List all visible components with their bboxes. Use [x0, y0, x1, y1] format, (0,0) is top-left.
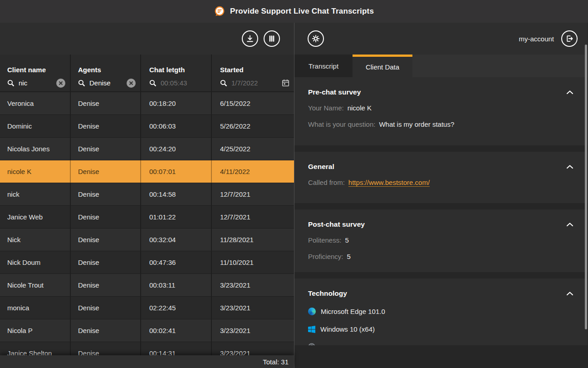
- app-header: Provide Support Live Chat Transcripts: [0, 0, 588, 23]
- cell-started: 5/26/2022: [212, 115, 294, 137]
- logout-button[interactable]: [561, 30, 578, 47]
- cell-agent: Denise: [71, 115, 141, 137]
- tab-transcript[interactable]: Transcript: [294, 55, 353, 77]
- cell-agent: Denise: [71, 160, 141, 183]
- calendar-button[interactable]: [282, 79, 289, 87]
- cell-started: 12/7/2021: [212, 206, 294, 228]
- details-tabs: Transcript Client Data: [294, 55, 588, 77]
- field-value: nicole K: [348, 104, 372, 112]
- column-header-started[interactable]: Started: [212, 55, 294, 75]
- collapse-button[interactable]: [566, 164, 574, 169]
- chat-length-filter-placeholder[interactable]: 00:05:43: [161, 79, 206, 87]
- ip-value: 85.115.255.72: [320, 344, 363, 346]
- table-row[interactable]: nickDenise00:14:5812/7/2021: [0, 183, 294, 206]
- chevron-up-icon: [567, 90, 573, 94]
- started-filter-placeholder[interactable]: 1/7/2022: [231, 79, 278, 87]
- called-from-link[interactable]: https://www.beststore.com/: [348, 179, 430, 187]
- cell-length: 00:32:04: [141, 229, 212, 251]
- field-politeness: Politeness:5: [308, 236, 574, 245]
- table-row[interactable]: Nicole TroutDenise00:03:113/23/2021: [0, 274, 294, 297]
- os-value: Windows 10 (x64): [320, 325, 375, 333]
- client-name-filter[interactable]: nic: [0, 75, 71, 91]
- cell-length: 00:07:01: [141, 160, 212, 183]
- filter-row: nic Denise: [0, 75, 294, 91]
- agents-filter-value[interactable]: Denise: [89, 79, 122, 87]
- field-proficiency: Proficiency:5: [308, 252, 574, 261]
- search-icon: [220, 80, 227, 87]
- chevron-up-icon: [567, 223, 573, 226]
- table-row[interactable]: NickDenise00:32:0411/28/2021: [0, 229, 294, 251]
- cell-started: 3/23/2021: [212, 274, 294, 296]
- tab-client-data[interactable]: Client Data: [353, 55, 412, 77]
- collapse-button[interactable]: [566, 90, 574, 95]
- cell-length: 02:22:45: [141, 297, 212, 319]
- column-header-client-name[interactable]: Client name: [0, 55, 71, 75]
- close-icon: [129, 81, 133, 85]
- table-row[interactable]: nicole KDenise00:07:014/11/2022: [0, 160, 294, 183]
- field-value: 5: [345, 236, 348, 244]
- calendar-icon: [282, 79, 289, 87]
- table-row[interactable]: VeronicaDenise00:18:206/15/2022: [0, 92, 294, 115]
- section-title: Pre-chat survey: [308, 88, 361, 96]
- cell-client: Nicolas Jones: [0, 138, 71, 160]
- chevron-up-icon: [567, 292, 573, 295]
- field-value: What is my order status?: [379, 120, 454, 128]
- cell-length: 01:01:22: [141, 206, 212, 228]
- cell-length: 00:14:58: [141, 183, 212, 205]
- started-filter[interactable]: 1/7/2022: [212, 75, 294, 91]
- cell-started: 11/28/2021: [212, 229, 294, 251]
- cell-started: 6/15/2022: [212, 92, 294, 114]
- cell-agent: Denise: [71, 251, 141, 274]
- table-row[interactable]: Nick DoumDenise00:47:3611/10/2021: [0, 251, 294, 274]
- table-row[interactable]: monicaDenise02:22:453/23/2021: [0, 297, 294, 319]
- section-title: Post-chat survey: [308, 220, 365, 229]
- collapse-button[interactable]: [566, 291, 574, 296]
- cell-client: nicole K: [0, 160, 71, 183]
- field-value: 5: [347, 253, 351, 260]
- cell-client: Nick: [0, 229, 71, 251]
- table-header: Client name Agents Chat letgth Started n…: [0, 55, 294, 92]
- cell-agent: Denise: [71, 274, 141, 296]
- cell-started: 3/23/2021: [212, 319, 294, 342]
- cell-started: 3/23/2021: [212, 297, 294, 319]
- close-icon: [59, 81, 63, 85]
- section-title: Technology: [308, 289, 347, 298]
- clear-filter-button[interactable]: [56, 79, 65, 88]
- cell-started: 11/10/2021: [212, 251, 294, 274]
- collapse-button[interactable]: [566, 222, 574, 227]
- chevron-up-icon: [567, 165, 573, 169]
- table-row[interactable]: Nicolas JonesDenise00:24:204/25/2022: [0, 138, 294, 160]
- download-button[interactable]: [242, 30, 258, 47]
- table-row[interactable]: DominicDenise00:06:035/26/2022: [0, 115, 294, 138]
- cell-length: 00:06:03: [141, 115, 212, 137]
- transcripts-pane: Client name Agents Chat letgth Started n…: [0, 23, 294, 368]
- browser-row: Microsoft Edge 101.0: [308, 308, 574, 315]
- cell-started: 12/7/2021: [212, 183, 294, 205]
- columns-button[interactable]: [264, 30, 280, 47]
- field-called-from: Called from:https://www.beststore.com/: [308, 178, 574, 187]
- cell-length: 00:18:20: [141, 92, 212, 114]
- section-general: General Called from:https://www.beststor…: [294, 152, 588, 203]
- section-pre-chat-survey: Pre-chat survey Your Name:nicole K What …: [294, 77, 588, 145]
- scrollbar-thumb[interactable]: [585, 45, 587, 329]
- agents-filter[interactable]: Denise: [71, 75, 141, 91]
- table-row[interactable]: Janice WebDenise01:01:2212/7/2021: [0, 206, 294, 229]
- section-technology: Technology Microsoft Edge 101.0: [294, 278, 588, 345]
- column-header-agents[interactable]: Agents: [71, 55, 141, 75]
- chat-length-filter[interactable]: 00:05:43: [141, 75, 212, 91]
- cell-length: 00:24:20: [141, 138, 212, 160]
- columns-icon: [268, 35, 276, 43]
- column-header-chat-length[interactable]: Chat letgth: [141, 55, 212, 75]
- table-row[interactable]: Nicola PDenise00:02:413/23/2021: [0, 319, 294, 342]
- search-icon: [149, 80, 157, 87]
- clear-filter-button[interactable]: [127, 79, 136, 88]
- search-icon: [7, 80, 15, 87]
- cell-client: monica: [0, 297, 71, 319]
- cell-length: 00:02:41: [141, 319, 212, 342]
- table-body: VeronicaDenise00:18:206/15/2022DominicDe…: [0, 92, 294, 365]
- client-name-filter-value[interactable]: nic: [19, 79, 52, 87]
- search-icon: [78, 80, 85, 87]
- cell-agent: Denise: [71, 138, 141, 160]
- cell-client: Nicola P: [0, 319, 71, 342]
- settings-button[interactable]: [308, 30, 324, 47]
